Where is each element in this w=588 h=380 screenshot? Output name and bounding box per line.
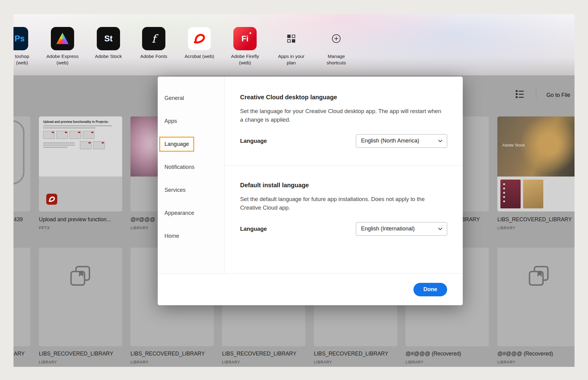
grid-card[interactable]: LIBS_RECOVERED_LIBRARY LIBRARY: [39, 248, 122, 364]
app-tile-acrobat-web[interactable]: Acrobat (web): [176, 27, 222, 60]
chevron-down-icon: [438, 139, 443, 142]
grid-card[interactable]: Upload and preview functionality in Proj…: [39, 116, 122, 230]
section-title: Default install language: [240, 165, 447, 189]
card-title: @#@@@ (Recovered): [405, 351, 489, 357]
card-subtitle: LIBRARY: [39, 360, 122, 364]
app-tile-label: Adobe Stock: [85, 53, 131, 60]
card-title: LIBS_RECOVERED_LIBRARY: [39, 351, 122, 357]
card-subtitle: LIBRARY: [405, 360, 489, 364]
card-subtitle: LIBRARY: [222, 360, 305, 364]
card-title: LIBS_RECOVERED_LIBRARY: [314, 351, 397, 357]
photoshop-icon: Ps: [13, 27, 28, 50]
adobe-express-icon: [51, 27, 74, 50]
section-title: Creative Cloud desktop language: [240, 77, 447, 101]
card-title: LIBS_RECOVERED_LIBRARY: [497, 216, 575, 223]
app-tile-photoshop-web[interactable]: Ps toshop(web): [13, 27, 40, 66]
manage-shortcuts-button[interactable]: Manageshortcuts: [313, 27, 359, 66]
card-title: LIBS_RECOVERED_LIBRARY: [222, 351, 305, 357]
desktop-language-select[interactable]: English (North America): [356, 134, 447, 148]
sidebar-item-services[interactable]: Services: [158, 179, 224, 202]
firefly-star-icon: ✦: [249, 31, 252, 35]
app-tile-label: Acrobat (web): [176, 53, 222, 60]
adobe-stock-watermark: Adobe Stock: [502, 143, 525, 147]
selected-value: English (North America): [361, 138, 419, 144]
adobe-firefly-icon: Fi ✦: [233, 27, 257, 50]
card-subtitle: LIBRARY: [497, 360, 575, 364]
library-stack-icon: [527, 265, 551, 289]
card-title: 439: [13, 216, 30, 223]
card-title: ARY: [13, 351, 30, 357]
card-subtitle: LIBRARY: [130, 360, 214, 364]
apps-grid-icon: [280, 27, 303, 50]
sidebar-item-appearance[interactable]: Appearance: [158, 202, 224, 225]
preferences-dialog: General Apps Language Notifications Serv…: [158, 77, 463, 305]
grid-card[interactable]: Adobe Stock LIBS_RECOVERED_LIBRARY LIBRA…: [497, 116, 575, 230]
sidebar-item-apps[interactable]: Apps: [158, 110, 224, 133]
template-outline-icon: [13, 120, 24, 184]
preferences-content: Creative Cloud desktop language Set the …: [224, 77, 463, 273]
app-tile-adobe-express-web[interactable]: Adobe Express(web): [40, 27, 85, 66]
library-stack-icon: [69, 265, 92, 289]
grid-card[interactable]: 439: [13, 116, 30, 226]
chevron-down-icon: [438, 227, 443, 230]
acrobat-badge-icon: [46, 194, 57, 205]
card-title: Upload and preview function...: [39, 216, 122, 223]
pptx-thumbnail: Upload and preview functionality in Proj…: [39, 116, 122, 177]
app-tile-label: Adobe Firefly(web): [222, 53, 268, 66]
lion-thumbnail: Adobe Stock: [497, 116, 575, 177]
sidebar-item-home[interactable]: Home: [158, 225, 224, 248]
go-to-files-link[interactable]: Go to File: [546, 92, 570, 98]
card-subtitle: LIBRARY: [314, 360, 397, 364]
acrobat-icon: [188, 27, 211, 50]
app-tile-adobe-stock[interactable]: St Adobe Stock: [85, 27, 131, 60]
app-header: Ps toshop(web) Adobe Express(web) St Ado…: [13, 14, 575, 75]
list-view-button[interactable]: [516, 90, 524, 98]
adobe-stock-icon: St: [97, 27, 120, 50]
app-tile-label: Apps in yourplan: [268, 53, 314, 66]
card-subtitle: LIBRARY: [497, 226, 575, 230]
sidebar-item-notifications[interactable]: Notifications: [158, 156, 224, 179]
app-tile-label: Adobe Express(web): [40, 53, 85, 66]
done-button[interactable]: Done: [413, 283, 447, 296]
adobe-fonts-icon: f: [142, 27, 165, 50]
app-tile-adobe-fonts[interactable]: f Adobe Fonts: [131, 27, 177, 60]
section-description: Set the language for your Creative Cloud…: [240, 107, 442, 124]
library-previews: [497, 177, 575, 211]
toolbar-divider: [536, 89, 536, 99]
sidebar-item-language[interactable]: Language: [158, 133, 224, 156]
grid-card[interactable]: ARY: [13, 248, 30, 360]
thumb-doc-title: Upload and preview functionality in Proj…: [43, 120, 118, 124]
selected-value: English (International): [361, 226, 415, 232]
app-tile-label: Manageshortcuts: [313, 53, 359, 66]
language-label: Language: [240, 226, 267, 232]
card-subtitle: PPTX: [39, 226, 122, 230]
app-tile-label: Adobe Fonts: [131, 53, 177, 60]
sidebar-item-general[interactable]: General: [158, 87, 224, 110]
preferences-sidebar: General Apps Language Notifications Serv…: [158, 77, 224, 273]
plus-circle-icon: [325, 27, 348, 50]
card-title: @#@@@ (Recovered): [497, 351, 575, 357]
grid-card[interactable]: @#@@@ (Recovered) LIBRARY: [497, 248, 575, 364]
dialog-footer: Done: [158, 273, 463, 305]
section-description: Set the default language for future app …: [240, 195, 442, 212]
card-title: LIBS_RECOVERED_LIBRARY: [130, 351, 214, 357]
apps-in-your-plan-button[interactable]: Apps in yourplan: [268, 27, 314, 66]
install-language-select[interactable]: English (International): [356, 222, 447, 236]
app-tile-adobe-firefly-web[interactable]: Fi ✦ Adobe Firefly(web): [222, 27, 268, 66]
language-label: Language: [240, 138, 267, 144]
